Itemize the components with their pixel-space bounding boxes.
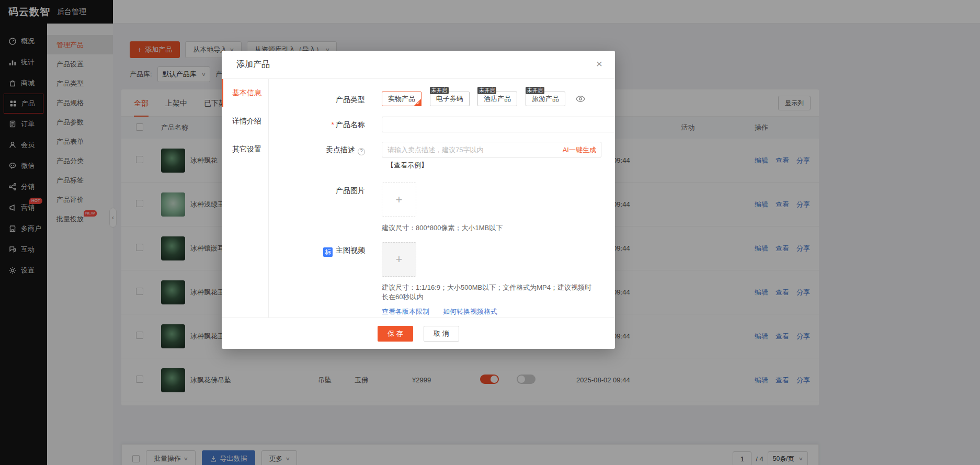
product-name-row: *产品名称 xyxy=(269,117,594,132)
modal-footer: 保 存 取 消 xyxy=(222,317,615,349)
modal-body: 基本信息 详情介绍 其它设置 产品类型 实物产品 ✓ 未开启 xyxy=(222,79,615,317)
plus-icon: + xyxy=(396,193,403,207)
video-size-hint: 建议尺寸：1:1/16:9；大小500MB以下；文件格式为MP4；建议视频时长在… xyxy=(382,283,594,302)
version-limit-link[interactable]: 查看各版本限制 xyxy=(382,307,429,316)
type-hotel-product[interactable]: 未开启 酒店产品 xyxy=(477,92,517,106)
modal-title: 添加产品 xyxy=(236,59,270,70)
modal-tab-other-settings[interactable]: 其它设置 xyxy=(222,135,268,164)
check-icon: ✓ xyxy=(416,101,420,106)
help-icon[interactable]: ? xyxy=(358,148,365,155)
type-label: 实物产品 xyxy=(388,95,415,103)
selling-point-row: 卖点描述? AI一键生成 【查看示例】 xyxy=(269,142,594,173)
view-example-link[interactable]: 【查看示例】 xyxy=(387,157,428,173)
modal-tab-details[interactable]: 详情介绍 xyxy=(222,107,268,135)
ai-generate-link[interactable]: AI一键生成 xyxy=(563,145,596,155)
close-icon[interactable]: × xyxy=(596,58,602,69)
modal-tab-basic-info[interactable]: 基本信息 xyxy=(222,79,268,107)
type-travel-product[interactable]: 未开启 旅游产品 xyxy=(526,92,565,106)
main-video-row: 标主图视频 + 建议尺寸：1:1/16:9；大小500MB以下；文件格式为MP4… xyxy=(269,242,594,316)
modal-tab-rail: 基本信息 详情介绍 其它设置 xyxy=(222,79,269,317)
not-enabled-badge: 未开启 xyxy=(477,87,496,94)
product-image-label: 产品图片 xyxy=(269,183,382,198)
product-name-label: *产品名称 xyxy=(269,117,382,132)
mark-badge: 标 xyxy=(323,247,333,257)
product-type-row: 产品类型 实物产品 ✓ 未开启 电子券码 未开启 xyxy=(269,92,594,107)
main-video-label: 标主图视频 xyxy=(269,242,382,258)
type-physical-product[interactable]: 实物产品 ✓ xyxy=(382,92,421,106)
required-asterisk: * xyxy=(332,120,334,129)
convert-format-link[interactable]: 如何转换视频格式 xyxy=(443,307,497,316)
image-upload-box[interactable]: + xyxy=(382,183,416,217)
eye-icon[interactable] xyxy=(576,94,585,104)
type-label: 电子券码 xyxy=(436,95,463,103)
type-label: 旅游产品 xyxy=(532,95,559,103)
product-type-label: 产品类型 xyxy=(269,92,382,107)
modal-header: 添加产品 × xyxy=(222,51,615,79)
selling-point-label: 卖点描述? xyxy=(269,142,382,157)
cancel-button[interactable]: 取 消 xyxy=(424,326,459,342)
add-product-modal: 添加产品 × 基本信息 详情介绍 其它设置 产品类型 实物产品 ✓ xyxy=(222,51,615,349)
type-label: 酒店产品 xyxy=(484,95,511,103)
not-enabled-badge: 未开启 xyxy=(430,87,449,94)
product-image-row: 产品图片 + 建议尺寸：800*800像素；大小1MB以下 xyxy=(269,183,594,233)
modal-form: 产品类型 实物产品 ✓ 未开启 电子券码 未开启 xyxy=(269,79,615,317)
product-name-input[interactable] xyxy=(382,117,615,132)
save-button[interactable]: 保 存 xyxy=(378,326,413,342)
image-size-hint: 建议尺寸：800*800像素；大小1MB以下 xyxy=(382,223,594,233)
plus-icon: + xyxy=(396,253,403,266)
type-e-voucher[interactable]: 未开启 电子券码 xyxy=(430,92,470,106)
not-enabled-badge: 未开启 xyxy=(526,87,544,94)
video-upload-box[interactable]: + xyxy=(382,242,416,277)
app-window: 码云数智 后台管理 概况 统计 商城 产品 订单 会员 xyxy=(0,0,980,465)
